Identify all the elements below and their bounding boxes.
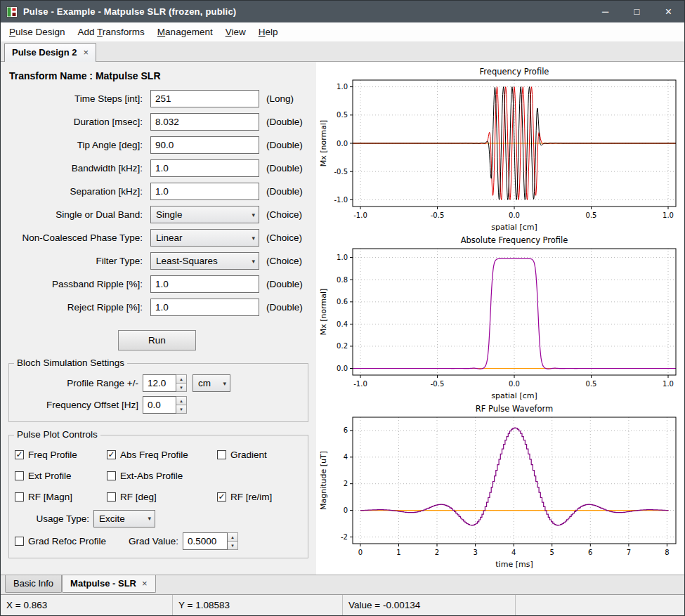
menu-pulse-design[interactable]: Pulse Design (3, 23, 72, 41)
checkbox-icon[interactable] (15, 471, 24, 480)
svg-text:0.5: 0.5 (337, 111, 348, 119)
svg-text:2: 2 (435, 549, 439, 556)
checkbox-abs-freq-profile[interactable]: ✓ Abs Freq Profile (107, 450, 217, 460)
menu-add-transforms[interactable]: Add Transforms (72, 23, 151, 41)
maximize-button[interactable]: □ (621, 1, 653, 22)
bottom-tab-strip: Basic Info Matpulse - SLR × (1, 575, 684, 594)
checkbox-label: Gradient (230, 450, 267, 460)
combo-value: Linear (156, 232, 183, 243)
svg-text:4: 4 (511, 549, 516, 556)
time-steps-input[interactable] (150, 90, 259, 107)
checkbox-icon[interactable] (217, 450, 226, 459)
checkbox-freq-profile[interactable]: ✓ Freq Profile (15, 450, 107, 460)
spin-up-button[interactable]: ▴ (228, 533, 237, 541)
status-spare (516, 595, 684, 615)
svg-text:1.0: 1.0 (663, 211, 674, 219)
checkbox-ext-abs-profile[interactable]: Ext-Abs Profile (107, 471, 217, 481)
field-label: Filter Type: (1, 256, 147, 266)
checkbox-icon[interactable]: ✓ (107, 450, 116, 459)
svg-text:1.0: 1.0 (337, 83, 348, 91)
checkbox-icon[interactable]: ✓ (217, 492, 226, 502)
status-x-coordinate: X = 0.863 (1, 595, 173, 615)
non-coalesced-phase-type-select[interactable]: Linear ▾ (150, 229, 259, 247)
passband-ripple-input[interactable] (150, 275, 259, 293)
menu-help[interactable]: Help (252, 23, 285, 41)
combo-value: Excite (99, 513, 125, 524)
close-icon: × (665, 6, 672, 18)
minimize-icon: ─ (602, 6, 608, 17)
tab-matpulse-slr[interactable]: Matpulse - SLR × (62, 575, 156, 593)
document-tab-strip: Pulse Design 2 × (1, 41, 684, 62)
checkbox-ext-profile[interactable]: Ext Profile (15, 471, 107, 481)
spin-down-button[interactable]: ▾ (176, 383, 186, 391)
app-window: Pulse - Example - Matpulse SLR (frozen, … (0, 0, 685, 616)
spin-up-button[interactable]: ▴ (176, 397, 186, 405)
checkbox-rf-re-im[interactable]: ✓ RF [re/im] (217, 492, 272, 502)
chart-absolute-frequency-profile[interactable]: -1.0-0.50.00.51.00.00.20.40.60.81.0Absol… (318, 233, 684, 402)
status-bar: X = 0.863 Y = 1.08583 Value = -0.00134 (1, 594, 684, 615)
checkbox-icon[interactable]: ✓ (15, 450, 24, 459)
duration-input[interactable] (150, 113, 259, 131)
checkbox-gradient[interactable]: Gradient (217, 450, 267, 460)
field-type: (Double) (266, 117, 303, 127)
grad-value-input[interactable] (183, 532, 228, 550)
checkbox-icon[interactable] (15, 492, 24, 502)
bandwidth-input[interactable] (150, 159, 259, 177)
menu-label-part: Add (78, 27, 98, 37)
checkbox-icon[interactable] (107, 492, 116, 502)
minimize-button[interactable]: ─ (589, 1, 621, 22)
tip-angle-input[interactable] (150, 136, 259, 154)
combo-value: Single (156, 209, 183, 220)
frequency-offset-spinner: ▴ ▾ (176, 396, 187, 414)
separation-input[interactable] (150, 183, 259, 200)
spin-down-button[interactable]: ▾ (228, 541, 237, 549)
form-row-phase-type: Non-Coalesced Phase Type: Linear ▾ (Choi… (1, 226, 316, 249)
tab-close-icon[interactable]: × (83, 47, 89, 58)
title-bar[interactable]: Pulse - Example - Matpulse SLR (frozen, … (1, 1, 684, 22)
menu-view[interactable]: View (219, 23, 252, 41)
tab-close-icon[interactable]: × (142, 578, 148, 589)
field-type: (Choice) (266, 232, 302, 243)
grad-value-spinner: ▴ ▾ (228, 532, 238, 550)
svg-text:RF Pulse Waveform: RF Pulse Waveform (476, 404, 554, 414)
checkbox-label: RF [deg] (120, 492, 157, 502)
form-row-reject-ripple: Reject Ripple [%]: (Double) (1, 296, 316, 319)
checkbox-grad-refoc-profile[interactable]: Grad Refoc Profile (15, 536, 124, 546)
svg-text:-1.0: -1.0 (353, 211, 367, 219)
profile-range-unit-select[interactable]: cm ▾ (193, 374, 230, 392)
tab-basic-info[interactable]: Basic Info (5, 575, 62, 593)
checkbox-icon[interactable] (107, 471, 116, 480)
field-type: (Choice) (266, 256, 302, 266)
usage-type-select[interactable]: Excite ▾ (93, 510, 155, 527)
menu-label-part: ulse Design (15, 27, 65, 37)
spin-up-button[interactable]: ▴ (176, 375, 186, 383)
profile-range-input[interactable] (143, 374, 176, 392)
svg-text:6: 6 (344, 426, 348, 434)
tab-pulse-design-2[interactable]: Pulse Design 2 × (4, 43, 96, 62)
run-button[interactable]: Run (118, 330, 196, 350)
field-label: Separation [kHz]: (1, 186, 147, 197)
single-or-dual-band-select[interactable]: Single ▾ (150, 206, 259, 223)
filter-type-select[interactable]: Least-Squares ▾ (150, 252, 259, 270)
tab-label: Basic Info (13, 578, 53, 589)
checkbox-icon[interactable] (15, 537, 24, 546)
frequency-offset-input[interactable] (143, 396, 176, 414)
field-label: Usage Type: (15, 513, 93, 524)
checkbox-rf-magn[interactable]: RF [Magn] (15, 492, 107, 502)
menu-accel: T (97, 27, 103, 37)
close-button[interactable]: × (653, 1, 684, 22)
menu-management[interactable]: Management (151, 23, 219, 41)
checkbox-rf-deg[interactable]: RF [deg] (107, 492, 217, 502)
spin-down-button[interactable]: ▾ (176, 405, 186, 413)
reject-ripple-input[interactable] (150, 299, 259, 316)
svg-text:0.0: 0.0 (337, 140, 348, 148)
svg-text:7: 7 (627, 549, 631, 556)
maximize-icon: □ (634, 6, 640, 17)
profile-range-row: Profile Range +/- ▴ ▾ cm ▾ (15, 372, 302, 394)
checkbox-label: Ext Profile (28, 471, 72, 481)
chart-frequency-profile[interactable]: -1.0-0.50.00.51.0-1.0-0.50.00.51.0Freque… (318, 65, 684, 233)
chart-rf-pulse-waveform[interactable]: 012345678-20246RF Pulse Waveformtime [ms… (318, 402, 684, 570)
svg-text:3: 3 (473, 549, 477, 556)
spin-down-icon: ▾ (231, 543, 234, 548)
svg-text:-2: -2 (341, 533, 348, 541)
